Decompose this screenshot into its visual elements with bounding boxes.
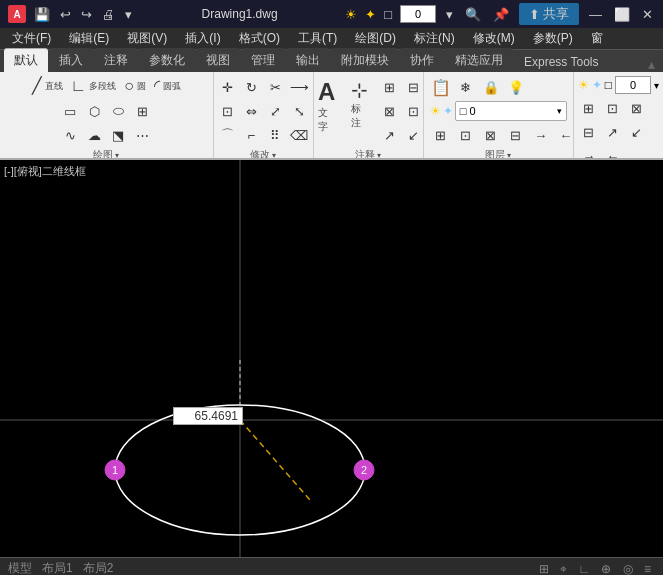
table-button[interactable]: ⊞ (378, 76, 400, 98)
draw-polyline-button[interactable]: ∟ 多段线 (68, 76, 120, 96)
menu-dim[interactable]: 标注(N) (406, 28, 463, 49)
more-icon[interactable]: ▾ (123, 7, 134, 22)
layer-off-button[interactable]: 💡 (505, 76, 527, 98)
rotate-button[interactable]: ↻ (240, 76, 262, 98)
layer-r1[interactable]: ⊞ (578, 97, 600, 119)
redo-icon[interactable]: ↪ (79, 7, 94, 22)
layer-freeze-button[interactable]: ❄ (455, 76, 477, 98)
tab-addons[interactable]: 附加模块 (331, 48, 399, 72)
ribbon-number-input[interactable] (615, 76, 651, 94)
layer-r2[interactable]: ⊡ (602, 97, 624, 119)
draw-circle-button[interactable]: ○ 圆 (121, 76, 149, 96)
region-button[interactable]: ⬔ (107, 124, 129, 146)
stretch-button[interactable]: ⤡ (288, 100, 310, 122)
tab-parametric[interactable]: 参数化 (139, 48, 195, 72)
tab-default[interactable]: 默认 (4, 48, 48, 72)
snap-toggle[interactable]: ⌖ (560, 562, 567, 576)
dropdown-icon[interactable]: ▾ (444, 7, 455, 22)
copy-button[interactable]: ⊡ (216, 100, 238, 122)
layer-icon4[interactable]: ⊟ (505, 124, 527, 146)
annot-small5[interactable]: ↙ (402, 124, 424, 146)
undo-icon[interactable]: ↩ (58, 7, 73, 22)
annot-small1[interactable]: ⊟ (402, 76, 424, 98)
print-icon[interactable]: 🖨 (100, 7, 117, 22)
draw-arc-button[interactable]: ◜ 圆弧 (151, 76, 184, 96)
text-button[interactable]: A 文字 (312, 76, 341, 138)
layer-r3[interactable]: ⊠ (626, 97, 648, 119)
erase-button[interactable]: ⌫ (288, 124, 310, 146)
draw-line-button[interactable]: ╱ 直线 (29, 76, 66, 96)
menu-draw[interactable]: 绘图(D) (347, 28, 404, 49)
chamfer-button[interactable]: ⌐ (240, 124, 262, 146)
lineweight-toggle[interactable]: ≡ (644, 562, 651, 576)
menu-param[interactable]: 参数(P) (525, 28, 581, 49)
restore-icon[interactable]: ⬜ (612, 7, 632, 22)
layer-group-label[interactable]: 图层 ▾ (485, 148, 511, 160)
layer-r6[interactable]: ↙ (626, 121, 648, 143)
layer-r7[interactable]: → (578, 145, 600, 160)
polar-toggle[interactable]: ⊕ (601, 562, 611, 576)
status-layout2[interactable]: 布局2 (83, 560, 114, 575)
layer-icon2[interactable]: ⊡ (455, 124, 477, 146)
tab-view[interactable]: 视图 (196, 48, 240, 72)
array-button[interactable]: ⠿ (264, 124, 286, 146)
ribbon-input-dropdown[interactable]: ▾ (654, 80, 659, 91)
tab-insert[interactable]: 插入 (49, 48, 93, 72)
pin-icon[interactable]: 📌 (491, 7, 511, 22)
tab-featured[interactable]: 精选应用 (445, 48, 513, 72)
layer-r5[interactable]: ↗ (602, 121, 624, 143)
dimension-button[interactable]: ⊹ 标注 (345, 76, 374, 134)
menu-modify[interactable]: 修改(M) (465, 28, 523, 49)
layer-name-dropdown[interactable]: □ 0 ▾ (455, 101, 567, 121)
annot-group-label[interactable]: 注释 ▾ (355, 148, 381, 160)
ortho-toggle[interactable]: ∟ (578, 562, 590, 576)
spline-button[interactable]: ∿ (59, 124, 81, 146)
layer-r4[interactable]: ⊟ (578, 121, 600, 143)
draw-group-label[interactable]: 绘图 ▾ (93, 148, 119, 160)
menu-window[interactable]: 窗 (583, 28, 611, 49)
menu-view[interactable]: 视图(V) (119, 28, 175, 49)
close-icon[interactable]: ✕ (640, 7, 655, 22)
status-model[interactable]: 模型 (8, 560, 32, 575)
ribbon-collapse-icon[interactable]: ▴ (644, 56, 659, 72)
fillet-button[interactable]: ⌒ (216, 124, 238, 146)
extend-button[interactable]: ⟶ (288, 76, 310, 98)
share-button[interactable]: ⬆ 共享 (519, 3, 579, 25)
layer-r8[interactable]: ← (602, 145, 624, 160)
scale-button[interactable]: ⤢ (264, 100, 286, 122)
ellipse-button[interactable]: ⬭ (107, 100, 129, 122)
search-icon[interactable]: 🔍 (463, 7, 483, 22)
layer-lock-button[interactable]: 🔒 (480, 76, 502, 98)
mirror-button[interactable]: ⇔ (240, 100, 262, 122)
save-icon[interactable]: 💾 (32, 7, 52, 22)
object-snap-toggle[interactable]: ◎ (623, 562, 633, 576)
modify-group-label[interactable]: 修改 ▾ (250, 148, 276, 160)
tab-express-tools[interactable]: Express Tools (514, 51, 608, 72)
annot-small3[interactable]: ⊡ (402, 100, 424, 122)
hatch-button[interactable]: ⊞ (131, 100, 153, 122)
polygon-button[interactable]: ⬡ (83, 100, 105, 122)
cloud-button[interactable]: ☁ (83, 124, 105, 146)
menu-insert[interactable]: 插入(I) (177, 28, 228, 49)
minimize-icon[interactable]: — (587, 7, 604, 22)
tab-manage[interactable]: 管理 (241, 48, 285, 72)
toolbar-number-input[interactable] (400, 5, 436, 23)
rect-button[interactable]: ▭ (59, 100, 81, 122)
annot-small4[interactable]: ↗ (378, 124, 400, 146)
tab-collab[interactable]: 协作 (400, 48, 444, 72)
more-draw-button[interactable]: ⋯ (131, 124, 153, 146)
menu-file[interactable]: 文件(F) (4, 28, 59, 49)
layer-dropdown-arrow[interactable]: ▾ (557, 106, 562, 116)
grid-toggle[interactable]: ⊞ (539, 562, 549, 576)
layer-icon3[interactable]: ⊠ (480, 124, 502, 146)
menu-edit[interactable]: 编辑(E) (61, 28, 117, 49)
menu-tools[interactable]: 工具(T) (290, 28, 345, 49)
move-button[interactable]: ✛ (216, 76, 238, 98)
drawing-canvas-area[interactable]: [-][俯视]二维线框 1 2 65.4691 i 指定另一条半轴长度或 (0, 160, 663, 557)
tab-annotate[interactable]: 注释 (94, 48, 138, 72)
annot-small2[interactable]: ⊠ (378, 100, 400, 122)
trim-button[interactable]: ✂ (264, 76, 286, 98)
layer-manager-button[interactable]: 📋 (430, 76, 452, 98)
layer-icon5[interactable]: → (530, 124, 552, 146)
dimension-input-box[interactable]: 65.4691 (173, 407, 243, 425)
